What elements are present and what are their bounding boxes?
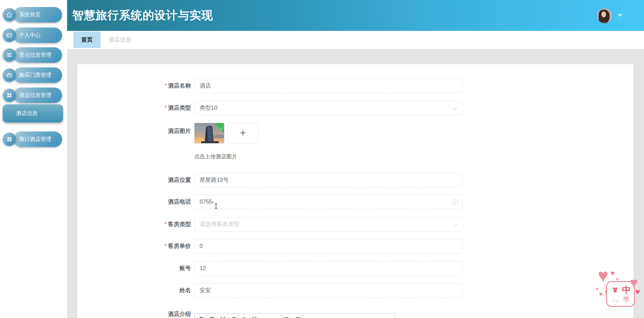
heart-icon: ♥ bbox=[610, 270, 615, 277]
heart-balloon-icon: ♥ bbox=[598, 266, 608, 284]
form-row-room-price: *客房单价 0 bbox=[77, 239, 634, 254]
editor-toolbar: B T U S “ H ≡ ≡ ⊞ ⊞ bbox=[195, 314, 395, 318]
sidebar-item-ticket[interactable]: 购买门票管理 bbox=[0, 67, 67, 83]
id-card-icon bbox=[3, 29, 16, 42]
required-mark: * bbox=[164, 243, 167, 249]
tab-home[interactable]: 首页 bbox=[73, 32, 101, 48]
sidebar: 系统首页 个人中心 景点信息管理 购买门票管理 酒店信息管理 bbox=[0, 0, 67, 318]
content-area: *酒店名称 酒店 *酒店类型 类型10 酒店图片 bbox=[67, 49, 644, 318]
form-row-hotel-intro: 酒店介绍 B T U S “ H ≡ ≡ ⊞ ⊞ bbox=[77, 306, 634, 318]
quote-icon[interactable]: “ bbox=[243, 316, 246, 318]
home-icon bbox=[3, 8, 16, 21]
sidebar-item-home[interactable]: 系统首页 bbox=[0, 7, 67, 22]
underline-icon[interactable]: U bbox=[221, 316, 225, 318]
ime-halfwidth-mode[interactable]: 半 bbox=[623, 295, 630, 304]
tab-bar: 首页 酒店信息 bbox=[67, 31, 644, 49]
form-row-hotel-name: *酒店名称 酒店 bbox=[77, 78, 634, 93]
field-label: *客房单价 bbox=[77, 239, 191, 254]
clear-input-icon[interactable]: × bbox=[452, 199, 458, 205]
form-row-account: 账号 12 bbox=[77, 261, 634, 276]
title-icon[interactable]: T bbox=[210, 316, 214, 318]
field-label: 酒店介绍 bbox=[77, 306, 191, 318]
app-window: 系统首页 个人中心 景点信息管理 购买门票管理 酒店信息管理 bbox=[0, 0, 644, 318]
field-label: 酒店电话 bbox=[77, 195, 191, 209]
required-mark: * bbox=[164, 105, 167, 111]
heart-icon: ♥ bbox=[599, 291, 603, 297]
sidebar-item-label[interactable]: 景点信息管理 bbox=[13, 47, 62, 63]
unordered-list-icon[interactable]: ≡ bbox=[274, 316, 277, 318]
sidebar-item-label[interactable]: 系统首页 bbox=[13, 7, 62, 22]
table-icon[interactable]: ⊞ bbox=[284, 316, 289, 318]
chevron-down-icon bbox=[453, 222, 458, 226]
sidebar-item-label[interactable]: 个人中心 bbox=[13, 28, 62, 43]
upload-image-button[interactable]: + bbox=[227, 123, 258, 144]
field-label: 姓名 bbox=[77, 283, 191, 298]
chevron-down-icon bbox=[453, 106, 458, 110]
sidebar-item-booking-mgmt[interactable]: 预订酒店管理 bbox=[0, 131, 67, 147]
heart-icon: ♥ bbox=[635, 288, 640, 296]
form-row-name: 姓名 安安 bbox=[77, 283, 634, 298]
field-label: *酒店名称 bbox=[77, 78, 191, 93]
briefcase-icon bbox=[3, 68, 16, 82]
ime-punctuation-mode[interactable]: ，。 bbox=[611, 296, 621, 303]
form-row-hotel-type: *酒店类型 类型10 bbox=[77, 101, 634, 115]
room-type-select[interactable]: 请选择客房类型 bbox=[194, 217, 463, 232]
heart-icon: ♥ bbox=[616, 276, 619, 281]
required-mark: * bbox=[164, 221, 167, 227]
bold-icon[interactable]: B bbox=[199, 316, 204, 318]
page-title: 智慧旅行系统的设计与实现 bbox=[72, 8, 213, 23]
room-price-input[interactable]: 0 bbox=[194, 239, 463, 254]
user-avatar[interactable] bbox=[597, 8, 612, 23]
account-input[interactable]: 12 bbox=[194, 261, 463, 276]
ordered-list-icon[interactable]: ≡ bbox=[263, 316, 267, 318]
form-row-hotel-location: 酒店位置 星星路12号 bbox=[77, 173, 634, 188]
strikethrough-icon[interactable]: S bbox=[232, 316, 236, 318]
hotel-location-input[interactable]: 星星路12号 bbox=[194, 173, 463, 188]
grid-icon bbox=[3, 89, 16, 102]
heading-icon[interactable]: H bbox=[252, 316, 257, 318]
field-label: *客房类型 bbox=[77, 217, 191, 232]
upload-caption: 点击上传酒店图片 bbox=[194, 153, 237, 160]
sidebar-item-label[interactable]: 酒店信息管理 bbox=[13, 88, 62, 103]
form-row-hotel-phone: 酒店电话 0755- × bbox=[77, 195, 634, 209]
header: 智慧旅行系统的设计与实现 bbox=[67, 0, 644, 31]
check-icon: ✓ bbox=[220, 126, 223, 131]
form-row-room-type: *客房类型 请选择客房类型 bbox=[77, 217, 634, 232]
sidebar-item-profile[interactable]: 个人中心 bbox=[0, 28, 67, 43]
form-panel: *酒店名称 酒店 *酒店类型 类型10 酒店图片 bbox=[77, 64, 634, 318]
image-icon[interactable]: ⊞ bbox=[296, 316, 301, 318]
list-icon bbox=[3, 48, 16, 62]
sidebar-subitem-hotel-info-active[interactable]: 酒店信息 bbox=[3, 104, 63, 122]
hotel-name-input[interactable]: 酒店 bbox=[194, 78, 463, 93]
sidebar-item-label[interactable]: 购买门票管理 bbox=[13, 67, 62, 83]
chevron-down-icon[interactable] bbox=[618, 14, 623, 17]
hotel-phone-input[interactable]: 0755- × bbox=[194, 195, 463, 209]
name-input[interactable]: 安安 bbox=[194, 283, 463, 298]
tab-hotel-info[interactable]: 酒店信息 bbox=[101, 32, 139, 48]
heart-icon: ♥ bbox=[596, 286, 598, 291]
sidebar-item-label[interactable]: 预订酒店管理 bbox=[13, 131, 62, 147]
sidebar-item-scenic-info[interactable]: 景点信息管理 bbox=[0, 47, 67, 63]
required-mark: * bbox=[164, 83, 167, 89]
sidebar-item-hotel-info-mgmt[interactable]: 酒店信息管理 bbox=[0, 88, 67, 103]
grid-icon bbox=[3, 132, 16, 146]
field-label: 酒店图片 bbox=[77, 123, 191, 144]
form-row-hotel-image: 酒店图片 bbox=[77, 123, 634, 144]
plus-icon: + bbox=[240, 127, 246, 139]
text-cursor bbox=[214, 203, 218, 211]
hotel-intro-editor[interactable]: B T U S “ H ≡ ≡ ⊞ ⊞ bbox=[194, 313, 395, 318]
ime-skin-shirt-icon bbox=[611, 286, 619, 295]
hotel-type-select[interactable]: 类型10 bbox=[194, 101, 463, 115]
upload-caption-row: 点击上传酒店图片 bbox=[77, 153, 634, 161]
field-label: 账号 bbox=[77, 261, 191, 276]
hotel-image-thumbnail[interactable]: ✓ bbox=[194, 123, 224, 144]
field-label: 酒店位置 bbox=[77, 173, 191, 188]
field-label: *酒店类型 bbox=[77, 101, 191, 115]
